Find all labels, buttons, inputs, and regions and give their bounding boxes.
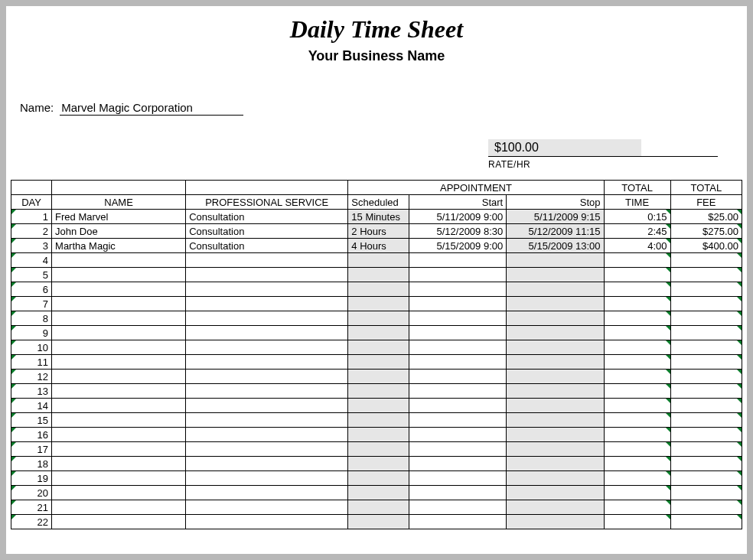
cell-service[interactable] (186, 399, 348, 413)
cell-service[interactable] (186, 268, 348, 282)
cell-start[interactable] (409, 399, 506, 413)
cell-stop[interactable] (507, 515, 604, 529)
cell-name[interactable] (52, 500, 186, 515)
cell-service[interactable] (186, 311, 348, 326)
cell-scheduled[interactable] (348, 442, 409, 457)
rate-value[interactable]: $100.00 (488, 139, 641, 157)
cell-service[interactable] (186, 253, 348, 268)
cell-start[interactable] (409, 515, 506, 529)
cell-service[interactable] (186, 500, 348, 515)
cell-stop[interactable] (507, 384, 604, 399)
cell-start[interactable] (409, 384, 506, 399)
cell-service[interactable] (186, 370, 348, 384)
cell-stop[interactable] (507, 326, 604, 340)
cell-name[interactable]: Martha Magic (52, 239, 186, 253)
cell-service[interactable]: Consultation (186, 224, 348, 239)
cell-name[interactable] (52, 326, 186, 340)
cell-start[interactable] (409, 471, 506, 486)
cell-service[interactable] (186, 413, 348, 428)
cell-service[interactable] (186, 428, 348, 442)
cell-start[interactable]: 5/15/2009 9:00 (409, 239, 506, 253)
cell-name[interactable] (52, 471, 186, 486)
cell-start[interactable] (409, 500, 506, 515)
cell-scheduled[interactable] (348, 486, 409, 500)
cell-start[interactable] (409, 326, 506, 340)
cell-scheduled[interactable] (348, 399, 409, 413)
cell-start[interactable] (409, 428, 506, 442)
cell-name[interactable] (52, 486, 186, 500)
cell-service[interactable] (186, 326, 348, 340)
cell-scheduled[interactable] (348, 297, 409, 311)
cell-name[interactable]: Fred Marvel (52, 210, 186, 224)
cell-name[interactable] (52, 370, 186, 384)
cell-start[interactable] (409, 297, 506, 311)
cell-stop[interactable] (507, 471, 604, 486)
name-field[interactable]: Marvel Magic Corporation (60, 101, 243, 116)
cell-scheduled[interactable]: 4 Hours (348, 239, 409, 253)
cell-stop[interactable] (507, 370, 604, 384)
cell-service[interactable]: Consultation (186, 239, 348, 253)
cell-scheduled[interactable] (348, 500, 409, 515)
cell-scheduled[interactable] (348, 413, 409, 428)
cell-start[interactable]: 5/11/2009 9:00 (409, 210, 506, 224)
cell-start[interactable] (409, 370, 506, 384)
cell-scheduled[interactable] (348, 384, 409, 399)
cell-name[interactable] (52, 413, 186, 428)
cell-scheduled[interactable] (348, 268, 409, 282)
cell-scheduled[interactable] (348, 471, 409, 486)
cell-start[interactable] (409, 486, 506, 500)
cell-stop[interactable] (507, 428, 604, 442)
cell-stop[interactable] (507, 282, 604, 297)
cell-stop[interactable]: 5/15/2009 13:00 (507, 239, 604, 253)
cell-name[interactable] (52, 355, 186, 370)
cell-service[interactable] (186, 457, 348, 471)
cell-name[interactable]: John Doe (52, 224, 186, 239)
cell-start[interactable] (409, 282, 506, 297)
cell-scheduled[interactable] (348, 326, 409, 340)
cell-service[interactable] (186, 340, 348, 355)
cell-start[interactable] (409, 442, 506, 457)
cell-name[interactable] (52, 457, 186, 471)
cell-scheduled[interactable] (348, 340, 409, 355)
cell-stop[interactable]: 5/12/2009 11:15 (507, 224, 604, 239)
cell-scheduled[interactable] (348, 428, 409, 442)
cell-name[interactable] (52, 515, 186, 529)
cell-scheduled[interactable] (348, 515, 409, 529)
cell-service[interactable] (186, 297, 348, 311)
cell-name[interactable] (52, 268, 186, 282)
cell-start[interactable] (409, 457, 506, 471)
cell-start[interactable] (409, 253, 506, 268)
cell-name[interactable] (52, 428, 186, 442)
cell-scheduled[interactable] (348, 282, 409, 297)
cell-stop[interactable] (507, 253, 604, 268)
cell-stop[interactable]: 5/11/2009 9:15 (507, 210, 604, 224)
cell-scheduled[interactable] (348, 311, 409, 326)
cell-stop[interactable] (507, 297, 604, 311)
cell-stop[interactable] (507, 457, 604, 471)
cell-stop[interactable] (507, 442, 604, 457)
cell-name[interactable] (52, 282, 186, 297)
cell-service[interactable] (186, 384, 348, 399)
cell-start[interactable]: 5/12/2009 8:30 (409, 224, 506, 239)
cell-stop[interactable] (507, 311, 604, 326)
cell-name[interactable] (52, 297, 186, 311)
cell-name[interactable] (52, 253, 186, 268)
cell-service[interactable] (186, 515, 348, 529)
cell-scheduled[interactable] (348, 457, 409, 471)
cell-service[interactable]: Consultation (186, 210, 348, 224)
cell-start[interactable] (409, 268, 506, 282)
cell-scheduled[interactable] (348, 355, 409, 370)
cell-stop[interactable] (507, 413, 604, 428)
cell-stop[interactable] (507, 486, 604, 500)
cell-name[interactable] (52, 399, 186, 413)
cell-scheduled[interactable]: 2 Hours (348, 224, 409, 239)
cell-service[interactable] (186, 471, 348, 486)
cell-scheduled[interactable]: 15 Minutes (348, 210, 409, 224)
cell-service[interactable] (186, 486, 348, 500)
cell-scheduled[interactable] (348, 370, 409, 384)
cell-start[interactable] (409, 340, 506, 355)
cell-start[interactable] (409, 311, 506, 326)
cell-stop[interactable] (507, 399, 604, 413)
cell-name[interactable] (52, 311, 186, 326)
cell-service[interactable] (186, 355, 348, 370)
